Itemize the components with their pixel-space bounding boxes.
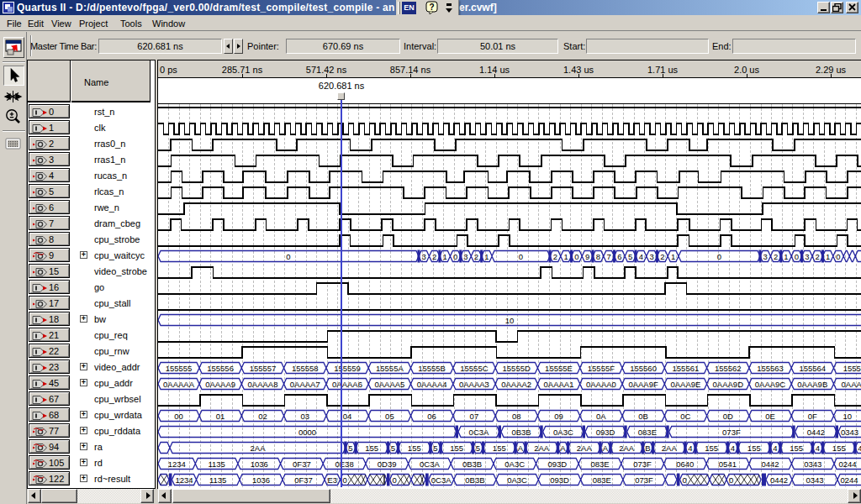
svg-text:0442: 0442	[770, 475, 788, 485]
svg-text:0640: 0640	[676, 459, 694, 469]
svg-text:3: 3	[763, 252, 768, 261]
svg-text:2: 2	[774, 252, 778, 261]
svg-text:155562: 155562	[715, 364, 742, 373]
svg-text:0C3A: 0C3A	[469, 428, 489, 437]
svg-text:1: 1	[826, 252, 830, 261]
svg-text:5: 5	[391, 444, 395, 453]
svg-text:15555D: 15555D	[503, 364, 531, 373]
svg-text:08: 08	[512, 412, 521, 421]
svg-text:083E: 083E	[593, 475, 611, 485]
svg-text:15555B: 15555B	[418, 364, 446, 373]
svg-text:0244: 0244	[838, 459, 856, 469]
svg-text:155: 155	[450, 444, 463, 453]
svg-text:02: 02	[258, 412, 267, 421]
svg-text:0B3B: 0B3B	[511, 428, 531, 437]
svg-text:0343: 0343	[806, 475, 823, 485]
svg-text:073F: 073F	[635, 475, 653, 485]
svg-text:155564: 155564	[799, 364, 826, 373]
svg-text:155: 155	[747, 444, 761, 453]
svg-text:1036: 1036	[252, 475, 270, 485]
svg-text:0AAA9F: 0AAA9F	[628, 380, 658, 389]
svg-text:155: 155	[408, 444, 421, 453]
svg-text:0442: 0442	[762, 459, 779, 469]
svg-text:2AA: 2AA	[577, 444, 593, 453]
svg-text:2: 2	[432, 252, 436, 261]
svg-text:B: B	[645, 444, 650, 453]
svg-text:4: 4	[773, 444, 777, 453]
svg-text:01: 01	[216, 412, 225, 421]
svg-text:0: 0	[286, 252, 290, 261]
svg-text:5: 5	[348, 444, 352, 453]
svg-text:0: 0	[795, 252, 799, 261]
svg-text:1: 1	[563, 252, 568, 261]
svg-text:0A3C: 0A3C	[504, 459, 525, 469]
svg-text:0: 0	[393, 475, 397, 485]
svg-text:?: ?	[429, 3, 434, 12]
svg-text:155: 155	[832, 444, 846, 453]
svg-text:155561: 155561	[673, 364, 700, 373]
svg-text:0AAAA0: 0AAAA0	[586, 380, 616, 389]
svg-text:0F: 0F	[808, 412, 817, 421]
svg-text:0A: 0A	[596, 412, 606, 421]
svg-text:0AAA9C: 0AAA9C	[755, 380, 786, 389]
svg-text:155559: 155559	[334, 364, 361, 373]
svg-text:4: 4	[816, 444, 820, 453]
svg-text:04: 04	[343, 412, 352, 421]
svg-text:155: 155	[493, 444, 506, 453]
svg-text:0D: 0D	[723, 412, 733, 421]
svg-text:0B3B: 0B3B	[462, 459, 482, 469]
svg-text:2AA: 2AA	[534, 444, 550, 453]
svg-text:155563: 155563	[757, 364, 784, 373]
svg-text:093D: 093D	[550, 475, 569, 485]
svg-text:0AAA9A: 0AAA9A	[842, 380, 861, 389]
svg-text:0AAAA5: 0AAAA5	[374, 380, 404, 389]
svg-text:8: 8	[596, 252, 600, 261]
svg-text:15555C: 15555C	[460, 364, 488, 373]
svg-text:9: 9	[585, 252, 589, 261]
svg-text:0: 0	[574, 252, 578, 261]
svg-text:155558: 155558	[292, 364, 319, 373]
svg-text:3: 3	[649, 252, 653, 261]
svg-text:05: 05	[385, 412, 394, 421]
svg-text:083E: 083E	[638, 428, 657, 437]
svg-text:0442: 0442	[807, 428, 825, 437]
svg-text:2AA: 2AA	[662, 444, 678, 453]
svg-text:4: 4	[731, 444, 735, 453]
svg-text:07: 07	[470, 412, 479, 421]
svg-text:155: 155	[365, 444, 378, 453]
svg-text:3: 3	[805, 252, 809, 261]
svg-text:2AA: 2AA	[251, 444, 267, 453]
svg-text:073F: 073F	[633, 459, 652, 469]
svg-text:155555: 155555	[166, 364, 193, 373]
svg-text:0AAAA9: 0AAAA9	[205, 380, 235, 389]
svg-text:0B3B: 0B3B	[465, 475, 484, 485]
svg-text:E3: E3	[327, 475, 337, 485]
svg-text:10: 10	[843, 412, 853, 421]
svg-text:0343: 0343	[804, 459, 821, 469]
svg-text:0A3C: 0A3C	[507, 475, 527, 485]
svg-text:155: 155	[790, 444, 803, 453]
svg-text:2: 2	[553, 252, 557, 261]
svg-text:0AAA9E: 0AAA9E	[670, 380, 700, 389]
svg-text:A: A	[518, 444, 524, 453]
svg-text:0AAAA6: 0AAAA6	[332, 380, 362, 389]
svg-text:3: 3	[422, 252, 426, 261]
svg-text:0343: 0343	[841, 428, 858, 437]
svg-text:0C3A: 0C3A	[431, 475, 452, 485]
svg-text:0: 0	[519, 252, 523, 261]
svg-text:00: 00	[174, 412, 183, 421]
svg-text:0AAAA3: 0AAAA3	[459, 380, 489, 389]
svg-text:03: 03	[301, 412, 310, 421]
svg-text:0244: 0244	[840, 475, 858, 485]
svg-text:1135: 1135	[208, 459, 224, 469]
svg-text:0: 0	[717, 252, 721, 261]
svg-text:0: 0	[343, 475, 347, 485]
svg-text:0AAA9D: 0AAA9D	[713, 380, 744, 389]
svg-text:155556: 155556	[207, 364, 234, 373]
svg-text:0F37: 0F37	[294, 475, 313, 485]
svg-text:06: 06	[427, 412, 436, 421]
svg-text:0AAAA7: 0AAAA7	[290, 380, 320, 389]
svg-text:7: 7	[606, 252, 610, 261]
svg-text:0B: 0B	[638, 412, 648, 421]
svg-text:2: 2	[816, 252, 820, 261]
